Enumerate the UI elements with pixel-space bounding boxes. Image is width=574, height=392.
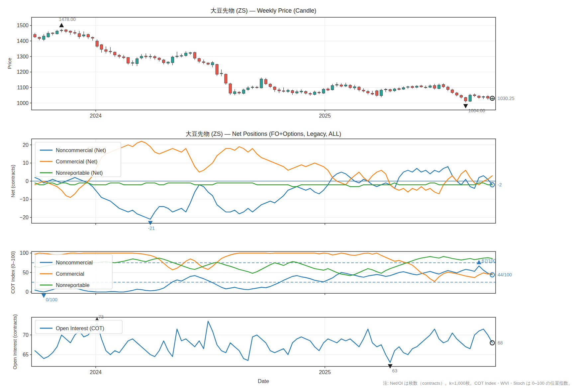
y-tick-label: 50	[23, 270, 29, 275]
candle-up	[313, 92, 316, 94]
cot-chart-svg: 1478.001004.001030.251000110012001300140…	[0, 0, 574, 392]
candle-up	[416, 86, 418, 87]
legend-label: Noncommercial (Net)	[56, 147, 106, 153]
y-tick-label: 20	[23, 142, 29, 148]
candle-up	[429, 86, 431, 87]
marker-up-triangle	[477, 260, 481, 264]
y-tick-label: 1400	[17, 38, 29, 44]
candle-down	[207, 63, 209, 64]
candle-down	[269, 84, 272, 86]
candle-up	[380, 90, 383, 96]
candle-up	[247, 88, 249, 90]
candle-down	[273, 87, 276, 89]
footnote: 注: Net/OI は枚数（contracts）。k=1,000枚。COT In…	[383, 381, 573, 386]
candle-up	[136, 59, 138, 64]
candle-down	[264, 79, 267, 84]
panel1-title: 大豆先物 (ZS) — Weekly Price (Candle)	[211, 7, 317, 14]
annotation-63: 63	[392, 368, 398, 373]
candle-down	[282, 91, 285, 91]
panel2-ylabel: Net (contracts)	[10, 165, 16, 197]
cot-report-figure: 1478.001004.001030.251000110012001300140…	[0, 0, 574, 392]
candle-up	[331, 85, 334, 90]
legend-label: Noncommercial	[56, 260, 93, 265]
candle-down	[114, 52, 116, 55]
candle-down	[487, 96, 489, 98]
legend: NoncommercialCommercialNonreportable	[35, 254, 112, 289]
candle-up	[220, 73, 223, 74]
candle-down	[69, 31, 72, 33]
candle-down	[122, 57, 125, 58]
line-nonreportable-net-	[35, 183, 492, 187]
candle-up	[260, 79, 263, 88]
y-tick-label: 10	[23, 160, 29, 166]
candle-up	[300, 91, 303, 92]
candle-down	[238, 92, 240, 93]
candle-down	[442, 84, 445, 87]
annotation-67/100: 67/100	[482, 258, 496, 263]
y-tick-label: 1000	[17, 100, 29, 106]
marker-down-triangle	[463, 104, 468, 108]
candle-down	[358, 87, 360, 90]
candle-down	[255, 87, 258, 88]
candle-down	[198, 58, 201, 61]
marker-up-triangle	[59, 23, 64, 27]
panel-4: 736368657020242025Open Interest (COT)	[23, 314, 503, 375]
candle-down	[158, 58, 160, 60]
candle-down	[375, 91, 378, 95]
candle-down	[162, 60, 165, 62]
candle-up	[251, 87, 254, 88]
panel4-ylabel: Open Interest (contracts)	[12, 314, 18, 369]
candle-up	[82, 35, 85, 36]
candle-up	[402, 88, 405, 89]
candle-down	[478, 96, 480, 98]
candle-down	[278, 90, 280, 91]
candle-up	[393, 89, 396, 91]
candle-down	[225, 74, 227, 83]
panel3-ylabel: COT Index (0–100)	[10, 251, 16, 294]
candle-up	[491, 98, 494, 99]
candle-up	[344, 85, 347, 86]
legend-label: Open Interest (COT)	[56, 326, 104, 331]
candle-down	[464, 98, 467, 101]
plot-border	[32, 17, 496, 110]
candle-down	[144, 56, 147, 57]
y-tick-label: 1200	[17, 69, 29, 75]
candle-down	[216, 64, 218, 74]
candle-up	[353, 87, 356, 88]
panel1-ylabel: Price	[7, 58, 12, 69]
panel-3: 0/10067/10044/100050100NoncommercialComm…	[20, 250, 512, 302]
candle-up	[335, 84, 338, 85]
candle-down	[96, 41, 98, 46]
y-tick-label: 1500	[17, 23, 29, 28]
y-tick-label: 0	[26, 289, 29, 295]
candle-down	[460, 95, 462, 97]
annotation--2: -2	[498, 182, 502, 187]
plots-layer: 1478.001004.001030.251000110012001300140…	[17, 17, 514, 375]
x-tick-label-2024: 2024	[90, 113, 102, 119]
candle-up	[287, 90, 289, 92]
candle-down	[229, 84, 232, 93]
panel-1: 1478.001004.001030.251000110012001300140…	[17, 17, 514, 119]
panel2-title: 大豆先物 (ZS) — Net Positions (FO+Options, L…	[186, 131, 341, 137]
candle-down	[362, 90, 365, 91]
panel-2: -21-220100−10−20Noncommercial (Net)Comme…	[20, 139, 502, 231]
candle-down	[305, 91, 307, 93]
candle-up	[149, 56, 152, 57]
candle-up	[211, 62, 214, 65]
candle-down	[398, 89, 400, 90]
candle-down	[349, 85, 351, 87]
candle-down	[433, 85, 436, 88]
marker-down-triangle	[42, 294, 46, 298]
x-tick-label-2025: 2025	[319, 113, 331, 119]
candle-down	[327, 89, 329, 90]
candle-down	[424, 87, 427, 88]
candle-down	[153, 56, 156, 58]
candle-up	[167, 62, 169, 63]
candle-down	[73, 33, 76, 33]
candle-up	[322, 89, 325, 93]
y-tick-label: 65	[23, 352, 29, 357]
candle-down	[367, 91, 369, 93]
candle-down	[455, 93, 458, 95]
candle-up	[242, 90, 245, 93]
candle-down	[78, 34, 81, 37]
